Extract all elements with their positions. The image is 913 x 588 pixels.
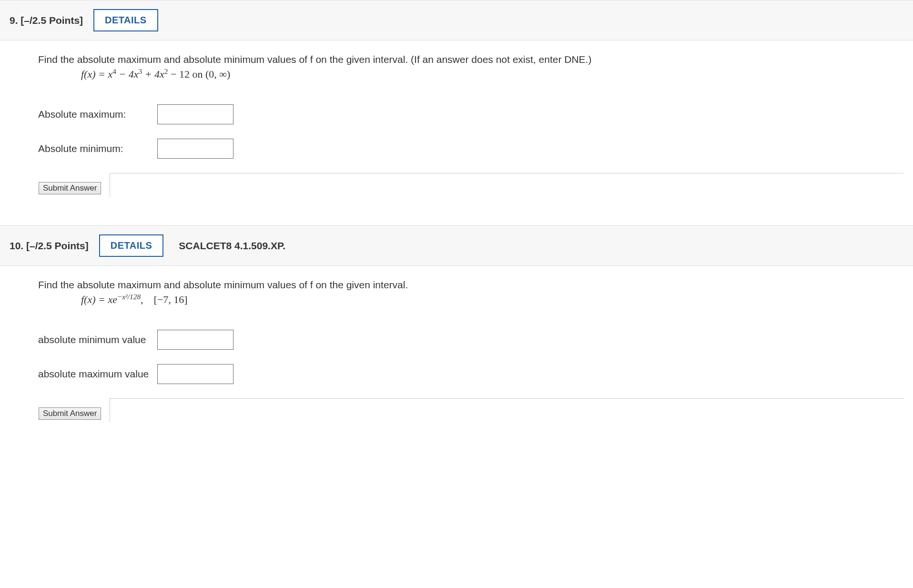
answer-row-absolute-maximum-value: absolute maximum value	[38, 364, 903, 384]
absolute-maximum-input[interactable]	[157, 104, 233, 124]
formula-exp: 4	[112, 67, 116, 75]
formula-part: f(x) = xe	[81, 294, 117, 305]
answer-row-absolute-maximum: Absolute maximum:	[38, 104, 903, 124]
submit-answer-button[interactable]: Submit Answer	[39, 407, 101, 420]
question-number-points: 10. [–/2.5 Points]	[10, 240, 89, 252]
question-body: Find the absolute maximum and absolute m…	[0, 41, 913, 197]
formula-part: − 4x	[116, 68, 139, 80]
question-prompt: Find the absolute maximum and absolute m…	[38, 54, 903, 65]
points-label: [–/2.5 Points]	[20, 15, 83, 26]
question-body: Find the absolute maximum and absolute m…	[0, 266, 913, 422]
details-button[interactable]: DETAILS	[99, 234, 164, 257]
formula-part: f(x) = x	[81, 68, 112, 80]
formula-part: , [−7, 16]	[141, 294, 188, 305]
question-number-points: 9. [–/2.5 Points]	[10, 15, 83, 26]
question-number: 9.	[10, 15, 18, 26]
question-formula: f(x) = xe−x²/128, [−7, 16]	[38, 294, 903, 306]
formula-exp: −x²/128	[117, 293, 141, 301]
absolute-maximum-value-input[interactable]	[157, 364, 233, 384]
absolute-minimum-value-input[interactable]	[157, 330, 233, 350]
submit-area: Submit Answer	[110, 173, 903, 197]
answer-label: Absolute maximum:	[38, 109, 157, 120]
answer-label: absolute maximum value	[38, 368, 157, 380]
answer-label: absolute minimum value	[38, 334, 157, 345]
question-header: 9. [–/2.5 Points] DETAILS	[0, 0, 913, 41]
question-number: 10.	[10, 240, 23, 251]
answer-row-absolute-minimum-value: absolute minimum value	[38, 330, 903, 350]
points-label: [–/2.5 Points]	[26, 240, 89, 251]
formula-exp: 2	[164, 67, 168, 75]
question-reference: SCALCET8 4.1.509.XP.	[179, 240, 285, 252]
question-prompt: Find the absolute maximum and absolute m…	[38, 279, 903, 291]
submit-answer-button[interactable]: Submit Answer	[39, 182, 101, 194]
formula-part: − 12 on (0, ∞)	[168, 68, 231, 80]
question-9: 9. [–/2.5 Points] DETAILS Find the absol…	[0, 0, 913, 197]
formula-part: + 4x	[142, 68, 164, 80]
details-button[interactable]: DETAILS	[93, 9, 158, 31]
question-10: 10. [–/2.5 Points] DETAILS SCALCET8 4.1.…	[0, 225, 913, 422]
answer-row-absolute-minimum: Absolute minimum:	[38, 139, 903, 159]
answer-label: Absolute minimum:	[38, 143, 157, 154]
question-formula: f(x) = x4 − 4x3 + 4x2 − 12 on (0, ∞)	[38, 68, 903, 81]
submit-area: Submit Answer	[110, 398, 903, 422]
absolute-minimum-input[interactable]	[157, 139, 233, 159]
question-header: 10. [–/2.5 Points] DETAILS SCALCET8 4.1.…	[0, 226, 913, 266]
